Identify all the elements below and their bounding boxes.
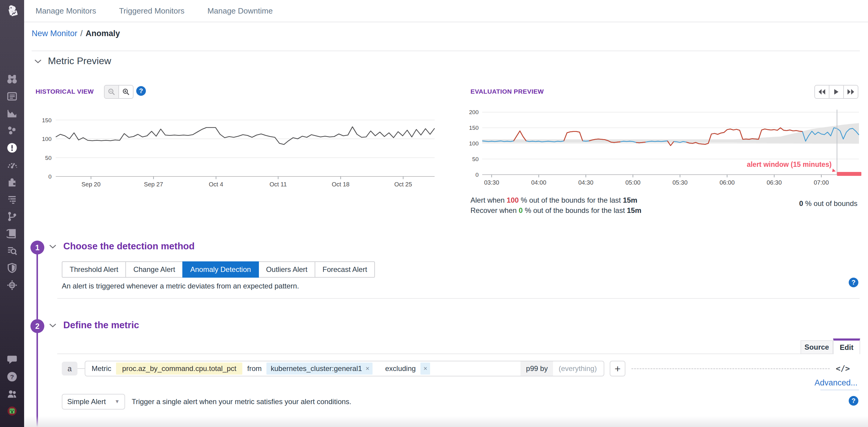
network-globe-icon[interactable] (0, 278, 24, 292)
breadcrumb: New Monitor/Anomaly (32, 29, 120, 38)
fast-forward-icon (847, 89, 855, 95)
y-tick-label: 50 (45, 155, 52, 161)
play-button[interactable] (829, 86, 843, 98)
excluding-remove-icon[interactable]: × (421, 363, 430, 374)
y-tick-label: 100 (469, 140, 478, 146)
user-avatar-icon[interactable] (0, 404, 24, 418)
breadcrumb-new-monitor-link[interactable]: New Monitor (32, 29, 78, 38)
historical-series-line (56, 127, 435, 144)
alert-type-dropdown[interactable]: Simple Alert ▼ (62, 394, 125, 409)
metric-preview-title: Metric Preview (48, 56, 111, 67)
alert-window-arrow (832, 169, 836, 172)
code-view-icon[interactable]: </> (836, 364, 850, 373)
y-tick-label: 100 (42, 136, 52, 142)
y-tick-label: 0 (48, 173, 52, 180)
section-1-header[interactable]: Choose the detection method (49, 241, 195, 252)
divider (631, 368, 830, 369)
evaluation-chart[interactable]: 05010015020003:3004:0004:3005:0005:3006:… (467, 105, 862, 187)
rewind-button[interactable] (815, 86, 829, 98)
recover-line: Recover when 0 % out of the bounds for t… (470, 205, 641, 216)
nav-manage-downtime[interactable]: Manage Downtime (207, 6, 273, 15)
step-1-badge: 1 (30, 240, 44, 255)
ci-git-branch-icon[interactable] (0, 210, 24, 223)
section-2-header[interactable]: Define the metric (49, 320, 139, 331)
monitors-top-nav: Manage Monitors Triggered Monitors Manag… (24, 0, 868, 22)
query-editor: Metric proc.az_by_command.cpu.total_pct … (85, 361, 604, 376)
watchdog-binoculars-icon[interactable] (0, 73, 24, 86)
pipelines-icon[interactable] (0, 193, 24, 206)
x-tick-label: 04:30 (578, 179, 593, 186)
chat-icon[interactable] (0, 353, 24, 366)
metric-name-field[interactable]: proc.az_by_command.cpu.total_pct (116, 363, 242, 374)
from-label: from (242, 364, 267, 373)
section-1-help-icon[interactable]: ? (849, 277, 858, 287)
aggregation-selector[interactable]: p99 by (521, 361, 553, 376)
nav-manage-monitors[interactable]: Manage Monitors (36, 6, 96, 15)
scope-tag[interactable]: kubernetes_cluster:general1× (267, 363, 373, 374)
historical-help-icon[interactable]: ? (136, 86, 146, 96)
section-2-help-icon[interactable]: ? (849, 396, 858, 406)
historical-view-label: HISTORICAL VIEW (36, 88, 94, 95)
log-explorer-icon[interactable] (0, 244, 24, 258)
chevron-down-icon (34, 59, 42, 64)
notebook-icon[interactable] (0, 227, 24, 240)
nav-triggered-monitors[interactable]: Triggered Monitors (119, 6, 184, 15)
historical-chart[interactable]: 050100150Sep 20Sep 27Oct 4Oct 11Oct 18Oc… (32, 112, 437, 188)
detection-tab-change-alert[interactable]: Change Alert (125, 261, 183, 277)
alert-conditions-summary: Alert when 100 % out of the bounds for t… (470, 195, 641, 216)
x-tick-label: 05:30 (673, 179, 687, 186)
y-tick-label: 50 (472, 156, 478, 162)
org-users-icon[interactable] (0, 387, 24, 400)
fast-forward-button[interactable] (843, 86, 858, 98)
group-by-input[interactable]: (everything) (553, 364, 602, 373)
datadog-logo-icon[interactable] (0, 0, 24, 24)
metric-preview-header[interactable]: Metric Preview (34, 56, 111, 67)
tab-edit[interactable]: Edit (833, 338, 860, 354)
zoom-out-button[interactable] (104, 86, 119, 98)
x-tick-label: Sep 27 (144, 181, 163, 188)
excluding-label: excluding (380, 364, 421, 373)
detection-tab-forecast-alert[interactable]: Forecast Alert (315, 261, 375, 277)
advanced-link[interactable]: Advanced... (814, 378, 858, 388)
app-sidebar: ? (0, 0, 24, 427)
help-icon[interactable]: ? (0, 370, 24, 383)
excluding-input[interactable] (430, 363, 521, 374)
monitors-alert-icon[interactable] (0, 141, 24, 155)
anomaly-segment-line (636, 142, 645, 143)
step-connector-line (36, 241, 38, 427)
remove-tag-icon[interactable]: × (366, 365, 370, 372)
recover-window-duration: 15m (627, 206, 641, 215)
detection-tab-outliers-alert[interactable]: Outliers Alert (258, 261, 315, 277)
play-icon (833, 89, 839, 95)
tab-source[interactable]: Source (801, 340, 833, 354)
divider (32, 51, 860, 51)
section-1-title: Choose the detection method (63, 241, 195, 252)
monitor-create-page: ? Manage Monitors Triggered Monitors Man… (0, 0, 868, 427)
y-tick-label: 200 (469, 109, 478, 115)
x-tick-label: 03:30 (484, 179, 499, 186)
alert-threshold-value: 100 (507, 196, 519, 204)
metric-label: Metric (87, 364, 116, 373)
detection-tab-threshold-alert[interactable]: Threshold Alert (62, 261, 126, 277)
bounds-status-value: 0 (799, 199, 803, 207)
page-bottom-fade (24, 416, 868, 427)
detection-tab-anomaly-detection[interactable]: Anomaly Detection (182, 261, 258, 277)
chevron-down-icon: ▼ (115, 399, 120, 405)
evaluation-preview-label: EVALUATION PREVIEW (470, 88, 544, 95)
query-letter-chip[interactable]: a (62, 362, 78, 375)
events-list-icon[interactable] (0, 90, 24, 103)
x-tick-label: Oct 25 (394, 181, 412, 188)
x-tick-label: 07:00 (814, 179, 829, 186)
infrastructure-hexagons-icon[interactable] (0, 124, 24, 137)
security-shield-icon[interactable] (0, 261, 24, 275)
integrations-puzzle-icon[interactable] (0, 175, 24, 189)
metrics-chart-icon[interactable] (0, 107, 24, 120)
add-query-button[interactable]: + (610, 361, 625, 376)
apm-gauge-icon[interactable] (0, 158, 24, 172)
breadcrumb-current: Anomaly (86, 29, 120, 38)
divider (57, 354, 801, 354)
alert-type-value: Simple Alert (67, 397, 106, 406)
detection-method-tabs: Threshold AlertChange AlertAnomaly Detec… (62, 261, 375, 277)
zoom-in-button[interactable] (119, 86, 133, 98)
x-tick-label: 06:00 (719, 179, 735, 186)
